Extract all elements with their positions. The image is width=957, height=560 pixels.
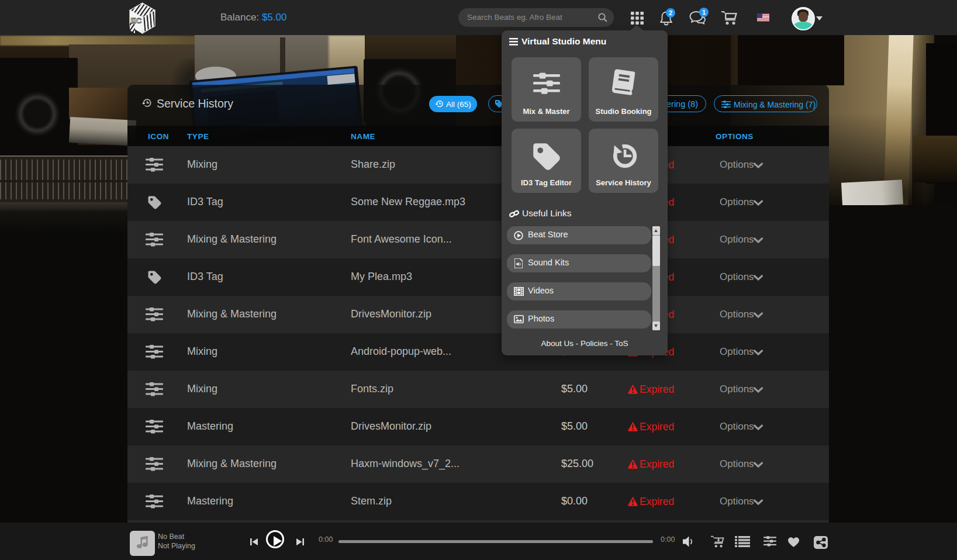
svg-text:EC: EC (131, 16, 142, 25)
